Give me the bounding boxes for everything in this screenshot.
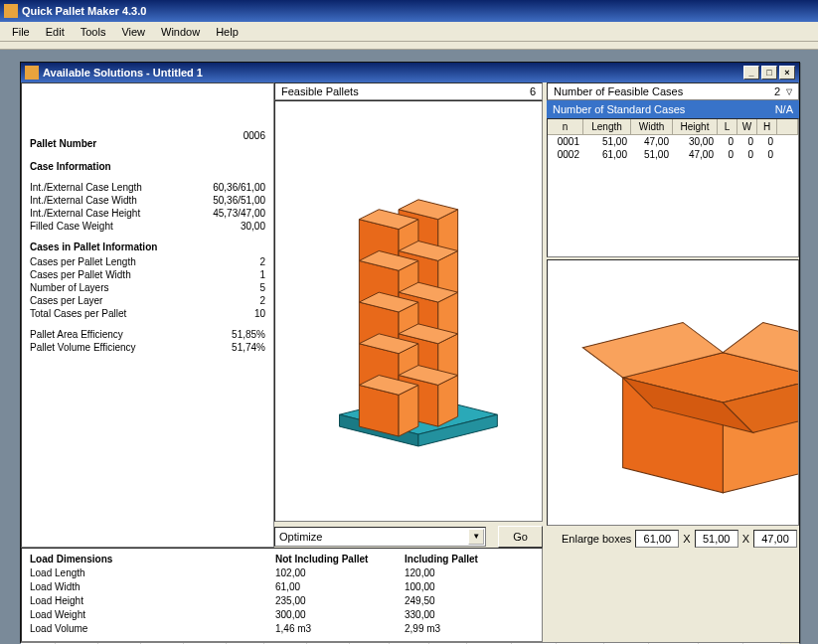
enlarge-height-input[interactable] <box>753 530 797 548</box>
main-titlebar: Quick Pallet Maker 4.3.0 <box>0 0 818 22</box>
enlarge-length-input[interactable] <box>635 530 679 548</box>
menu-file[interactable]: File <box>4 24 38 40</box>
menu-help[interactable]: Help <box>208 24 246 40</box>
pallet-number-value: 0006 <box>196 129 265 152</box>
enlarge-label: Enlarge boxes <box>562 533 631 545</box>
box-svg <box>548 260 798 525</box>
optimize-combo[interactable]: Optimize ▼ <box>274 527 486 547</box>
pallet-view-panel: Feasible Pallets 6 <box>274 82 543 548</box>
cases-row[interactable]: 000151,0047,0030,00000 <box>548 135 798 148</box>
pallet-info-header: Cases in Pallet Information <box>30 241 265 253</box>
chevron-down-icon[interactable]: ▼ <box>468 529 484 545</box>
cases-col-W[interactable]: W <box>737 119 757 134</box>
cases-col-Length[interactable]: Length <box>583 119 631 134</box>
feasible-header: Feasible Pallets 6 <box>274 82 543 100</box>
cases-table[interactable]: nLengthWidthHeightLWH 000151,0047,0030,0… <box>547 118 799 257</box>
app-title: Quick Pallet Maker 4.3.0 <box>22 5 146 17</box>
cases-col-n[interactable]: n <box>548 119 583 134</box>
pallet-3d-view[interactable] <box>274 100 543 522</box>
cases-col-Width[interactable]: Width <box>631 119 673 134</box>
standard-cases-header: Number of Standard Cases N/A <box>547 100 799 118</box>
cases-col-H[interactable]: H <box>757 119 777 134</box>
feasible-cases-header: Number of Feasible Cases 2 ▽ <box>547 82 799 100</box>
close-button[interactable]: × <box>779 66 795 80</box>
cases-row[interactable]: 000261,0051,0047,00000 <box>548 148 798 161</box>
enlarge-width-input[interactable] <box>695 530 738 548</box>
maximize-button[interactable]: □ <box>761 66 777 80</box>
minimize-button[interactable]: _ <box>743 66 759 80</box>
box-3d-view[interactable] <box>547 259 799 526</box>
app-icon <box>4 4 18 18</box>
window-icon <box>25 66 39 80</box>
child-titlebar: Available Solutions - Untitled 1 _ □ × <box>21 63 799 82</box>
solutions-window: Available Solutions - Untitled 1 _ □ × P… <box>20 62 800 643</box>
dropdown-icon[interactable]: ▽ <box>786 87 792 96</box>
mdi-workspace: Available Solutions - Untitled 1 _ □ × P… <box>0 50 818 644</box>
menubar: File Edit Tools View Window Help <box>0 22 818 42</box>
pallet-number-label: Pallet Number <box>30 137 96 150</box>
cases-col-Height[interactable]: Height <box>673 119 718 134</box>
menu-tools[interactable]: Tools <box>73 24 114 40</box>
cases-panel: Number of Feasible Cases 2 ▽ Number of S… <box>547 82 799 548</box>
toolbar <box>0 42 818 50</box>
case-info-header: Case Information <box>30 160 265 173</box>
load-panel: Load Dimensions Load Length Load Width L… <box>21 548 543 642</box>
child-title: Available Solutions - Untitled 1 <box>43 67 203 79</box>
menu-edit[interactable]: Edit <box>38 24 73 40</box>
cases-col-L[interactable]: L <box>718 119 737 134</box>
pallet-svg <box>275 101 542 521</box>
go-button[interactable]: Go <box>498 526 543 548</box>
menu-view[interactable]: View <box>113 24 153 40</box>
enlarge-row: Enlarge boxes X X <box>547 526 799 548</box>
info-panel: Pallet Number0006 Case Information Int./… <box>21 82 274 548</box>
menu-window[interactable]: Window <box>153 24 208 40</box>
